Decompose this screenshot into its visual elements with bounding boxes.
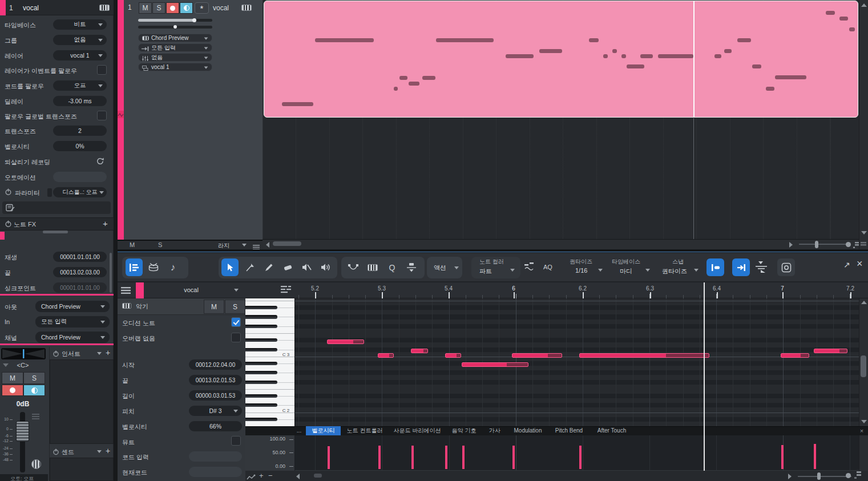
velocity-bar[interactable] [462,446,465,469]
inserts-power-icon[interactable] [53,349,59,359]
macro-zoom-button[interactable]: Q [383,258,401,276]
track-volume-slider[interactable] [138,19,212,22]
score-view-button[interactable]: ♪ [164,258,181,276]
layer-follow-checkbox[interactable] [97,65,107,75]
panel-divider[interactable] [114,0,118,481]
track-monitor-button[interactable] [180,2,193,14]
track-record-button[interactable] [166,2,179,14]
current-chord-field[interactable] [189,467,242,477]
vertical-fit-icon[interactable] [754,260,768,276]
track-star-button[interactable]: * [195,2,209,14]
no-overlap-checkbox[interactable] [231,333,241,342]
lane-add-button[interactable]: + [259,471,264,480]
tab-note-controller[interactable]: 노트 컨트롤러 [342,426,387,435]
velocity-bar[interactable] [579,446,582,469]
meter-toggle-button[interactable] [31,459,41,469]
legato-icon[interactable] [524,262,534,273]
syncpoint-field[interactable]: 00001.01.01.00 [53,282,107,293]
timebase-arrow[interactable] [645,269,650,272]
pan-knob[interactable] [173,25,177,29]
autoscroll-button[interactable] [732,258,750,276]
channel-select[interactable]: Chord Preview [35,332,110,343]
note-split-button[interactable] [403,258,420,276]
lane-remove-button[interactable]: − [268,471,273,480]
editor-zoom-dot[interactable] [846,473,851,478]
fader-menu-icon[interactable] [32,411,39,422]
drum-view-button[interactable] [145,258,162,276]
grid-scroll-down-button[interactable] [861,420,867,423]
editor-hscroll-thumb[interactable] [314,474,322,478]
tab-sound-variation[interactable]: 사운드 바리에이션 [389,426,445,435]
velocity-bar[interactable] [781,445,784,469]
global-transpose-checkbox[interactable] [97,111,107,120]
part-color-strip[interactable] [136,282,144,298]
note-length-field[interactable]: 00000.03.01.53 [189,390,242,401]
part-selector[interactable]: vocal [165,286,217,293]
transpose-field[interactable]: 2 [53,126,107,136]
track-mute-button[interactable]: M [139,2,152,14]
timeline-ruler[interactable]: 5.25.35.466.26.36.477.2 [295,282,859,298]
midi-note[interactable] [781,353,809,358]
quantize-arrow[interactable] [598,269,603,272]
inserts-collapse-icon[interactable] [97,352,102,355]
track-instrument-select[interactable]: Chord Preview [138,34,212,42]
black-key[interactable] [245,338,277,342]
track-output-select[interactable]: 없음 [138,53,212,62]
group-select[interactable]: 없음 [53,35,107,45]
midi-note[interactable] [378,353,394,358]
mixer-monitor-button[interactable] [23,385,45,396]
grid-vscroll-thumb[interactable] [861,355,866,377]
editor-solo-button[interactable]: S [225,300,245,314]
arrange-hscroll-thumb[interactable] [273,241,301,246]
tab-pitch-bend[interactable]: Pitch Bend [549,426,589,435]
velocity-bar[interactable] [378,446,381,469]
sends-add-button[interactable]: + [106,446,110,455]
tab-after-touch[interactable]: After Touch [591,426,632,435]
black-key[interactable] [245,381,277,384]
inspector-vscroll-thumb[interactable] [110,253,112,293]
delay-field[interactable]: -3.00 ms [53,96,107,106]
layer-select[interactable]: vocal 1 [53,50,107,60]
black-key[interactable] [245,371,277,374]
pan-control[interactable] [1,348,46,359]
chord-follow-select[interactable]: 오프 [53,80,107,91]
out-select[interactable]: Chord Preview [35,301,110,312]
midi-clip-vocal[interactable] [264,1,858,118]
editor-zoom-presets-icon[interactable] [854,471,861,481]
velocity-lane[interactable] [295,435,859,471]
midi-note[interactable] [814,349,847,353]
tab-modulation[interactable]: Modulation [509,426,547,435]
track-layer-select[interactable]: vocal 1 [138,63,212,71]
track-list-toggle-icon[interactable] [281,285,291,296]
velocity-bar[interactable] [512,446,515,469]
track-solo-button[interactable]: S [152,2,165,14]
listen-tool-button[interactable] [317,258,334,276]
split-tool-button[interactable] [241,258,259,276]
arrange-zoom-dot[interactable] [846,242,851,247]
parameter-power-icon[interactable] [5,188,12,198]
note-start-field[interactable]: 00012.02.04.00 [189,359,242,370]
automation-field[interactable] [53,172,107,182]
note-end-field[interactable]: 00013.02.01.53 [189,375,242,385]
snap-arrow[interactable] [694,269,699,272]
snap-toggle-button[interactable] [706,258,724,276]
eraser-tool-button[interactable] [279,258,296,276]
track-size-arrow[interactable] [242,244,247,246]
note-fx-power-icon[interactable] [5,220,12,230]
midi-note[interactable] [327,339,364,344]
channel-collapse-icon[interactable] [3,363,9,367]
track-instrument-icon[interactable] [241,5,252,11]
note-mute-checkbox[interactable] [231,436,241,446]
arrow-tool-button[interactable] [221,258,239,276]
velocity-bar[interactable] [445,446,447,469]
editor-zoom-slider[interactable] [798,476,851,477]
editor-scroll-right-button[interactable] [788,474,792,479]
midi-note[interactable] [411,349,428,353]
paint-tool-button[interactable] [260,258,277,276]
follow-selection-button[interactable] [777,258,795,276]
track-size-select[interactable]: 라지 [218,242,229,250]
end-field[interactable]: 00013.02.03.00 [53,267,107,277]
arrange-scroll-left-button[interactable] [266,242,269,248]
editor-zoom-handle[interactable] [817,472,821,480]
footer-mute-toggle[interactable]: M [130,241,135,248]
